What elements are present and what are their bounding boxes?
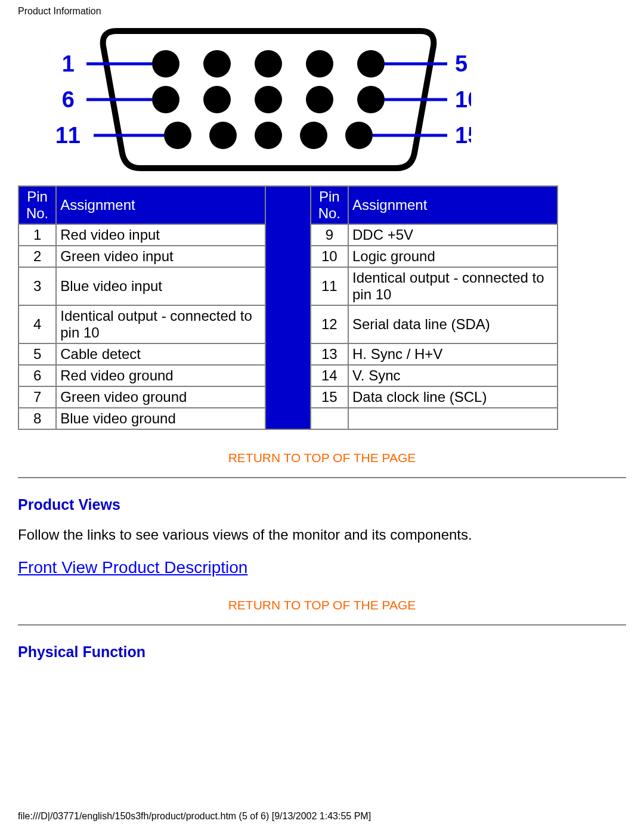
svg-point-6: [203, 86, 231, 113]
svg-point-7: [255, 86, 282, 113]
footer-path: file:///D|/03771/english/150s3fh/product…: [0, 811, 389, 831]
col-assignment-right: Assignment: [348, 186, 558, 224]
svg-text:10: 10: [455, 87, 471, 112]
col-assignment-left: Assignment: [56, 186, 265, 224]
svg-text:6: 6: [62, 87, 75, 112]
physical-function-heading: Physical Function: [18, 643, 626, 661]
connector-diagram: 1 6 11 5 10 15: [18, 19, 626, 176]
svg-point-10: [164, 122, 191, 149]
svg-text:15: 15: [455, 123, 471, 148]
svg-point-0: [152, 50, 179, 78]
return-to-top-link[interactable]: RETURN TO TOP OF THE PAGE: [228, 451, 416, 465]
svg-point-9: [357, 86, 385, 113]
front-view-link[interactable]: Front View Product Description: [18, 558, 626, 577]
svg-point-4: [357, 50, 385, 78]
svg-point-5: [152, 86, 179, 113]
svg-point-2: [255, 50, 282, 78]
divider: [18, 624, 626, 625]
product-views-heading: Product Views: [18, 496, 626, 513]
svg-point-1: [203, 50, 231, 78]
pin-assignment-table: Pin No. Assignment Pin No. Assignment 1 …: [18, 185, 558, 430]
svg-point-3: [306, 50, 333, 78]
product-views-body: Follow the links to see various views of…: [18, 527, 626, 543]
svg-point-14: [345, 122, 373, 149]
svg-text:1: 1: [62, 51, 75, 76]
col-pin-no-right: Pin No.: [311, 186, 348, 224]
svg-point-11: [209, 122, 237, 149]
svg-point-12: [255, 122, 282, 149]
svg-point-8: [306, 86, 333, 113]
return-to-top-link[interactable]: RETURN TO TOP OF THE PAGE: [228, 598, 416, 612]
divider: [18, 477, 626, 478]
table-spacer: [265, 186, 311, 429]
page-header: Product Information: [0, 0, 644, 19]
col-pin-no-left: Pin No.: [18, 186, 56, 224]
svg-text:5: 5: [455, 51, 467, 76]
svg-point-13: [300, 122, 327, 149]
svg-text:11: 11: [55, 123, 80, 148]
